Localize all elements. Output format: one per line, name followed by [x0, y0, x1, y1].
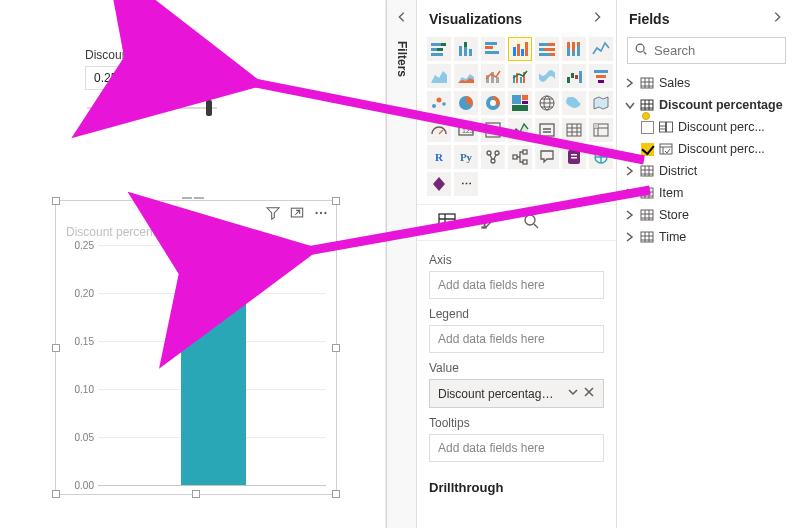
viz-line-clustered-column[interactable]	[508, 64, 532, 88]
parameter-slider[interactable]	[87, 103, 217, 113]
visualizations-pane: Visualizations 123	[416, 0, 616, 528]
svg-rect-82	[660, 122, 666, 132]
collapse-fields-icon[interactable]	[770, 10, 784, 27]
viz-ribbon[interactable]	[535, 64, 559, 88]
viz-qna[interactable]	[535, 145, 559, 169]
viz-scatter[interactable]	[427, 91, 451, 115]
viz-card[interactable]: 123	[454, 118, 478, 142]
slider-thumb[interactable]	[206, 100, 212, 116]
svg-point-51	[490, 100, 496, 106]
selection-handle[interactable]	[332, 344, 340, 352]
selection-handle[interactable]	[332, 490, 340, 498]
svg-rect-45	[598, 80, 604, 83]
viz-power-apps[interactable]	[427, 172, 451, 196]
viz-100-stacked-bar[interactable]	[535, 37, 559, 61]
table-sales[interactable]: Sales	[623, 72, 790, 94]
viz-treemap[interactable]	[508, 91, 532, 115]
viz-pie[interactable]	[454, 91, 478, 115]
table-time[interactable]: Time	[623, 226, 790, 248]
field-discount-perc-2[interactable]: Discount perc...	[623, 138, 790, 160]
format-mode-tabs	[417, 204, 616, 241]
svg-rect-25	[550, 53, 555, 56]
legend-well[interactable]: Add data fields here	[429, 325, 604, 353]
viz-stacked-bar[interactable]	[427, 37, 451, 61]
viz-r[interactable]: R	[427, 145, 451, 169]
svg-rect-11	[464, 42, 467, 47]
viz-100-stacked-column[interactable]	[562, 37, 586, 61]
svg-rect-77	[482, 227, 486, 228]
viz-decomposition-tree[interactable]	[508, 145, 532, 169]
expand-filters-icon[interactable]	[395, 10, 409, 27]
viz-kpi[interactable]	[508, 118, 532, 142]
svg-rect-9	[459, 46, 462, 56]
remove-field-icon[interactable]	[583, 386, 595, 401]
viz-slicer[interactable]	[535, 118, 559, 142]
format-mode-icon[interactable]	[479, 211, 499, 234]
viz-multi-row-card[interactable]	[481, 118, 505, 142]
viz-area[interactable]	[427, 64, 451, 88]
bar[interactable]	[181, 245, 246, 485]
value-well[interactable]: Discount percentage Va	[429, 379, 604, 408]
selection-handle[interactable]	[52, 344, 60, 352]
chevron-down-icon[interactable]	[567, 386, 579, 401]
more-options-icon[interactable]	[314, 206, 328, 223]
viz-donut[interactable]	[481, 91, 505, 115]
analytics-mode-icon[interactable]	[521, 211, 541, 234]
fields-mode-icon[interactable]	[437, 211, 457, 234]
svg-point-48	[442, 102, 446, 106]
svg-rect-5	[441, 43, 446, 46]
viz-get-more[interactable]: ⋯	[454, 172, 478, 196]
plot-area: 0.000.050.100.150.200.25	[66, 245, 326, 484]
tooltips-well[interactable]: Add data fields here	[429, 434, 604, 462]
viz-key-influencers[interactable]	[481, 145, 505, 169]
selection-handle[interactable]	[52, 490, 60, 498]
collapse-visualizations-icon[interactable]	[590, 10, 604, 27]
viz-map[interactable]	[535, 91, 559, 115]
axis-well[interactable]: Add data fields here	[429, 271, 604, 299]
svg-point-46	[432, 104, 436, 108]
viz-clustered-bar[interactable]	[481, 37, 505, 61]
selection-handle[interactable]	[332, 197, 340, 205]
report-canvas[interactable]: Discount percentage 0.25 Discount percen…	[0, 0, 386, 528]
viz-clustered-column[interactable]	[508, 37, 532, 61]
viz-funnel[interactable]	[589, 64, 613, 88]
filter-icon[interactable]	[266, 206, 280, 223]
svg-rect-34	[496, 77, 499, 83]
table-item[interactable]: Item	[623, 182, 790, 204]
viz-line[interactable]	[589, 37, 613, 61]
viz-python[interactable]: Py	[454, 145, 478, 169]
bar-chart-visual[interactable]: Discount percentage Value 0.000.050.100.…	[55, 200, 337, 495]
viz-stacked-area[interactable]	[454, 64, 478, 88]
focus-mode-icon[interactable]	[290, 206, 304, 223]
viz-gauge[interactable]	[427, 118, 451, 142]
viz-line-stacked-column[interactable]	[481, 64, 505, 88]
svg-rect-31	[577, 42, 580, 46]
svg-point-66	[487, 151, 491, 155]
search-input[interactable]	[654, 43, 779, 58]
svg-point-78	[525, 215, 535, 225]
viz-stacked-column[interactable]	[454, 37, 478, 61]
viz-waterfall[interactable]	[562, 64, 586, 88]
svg-rect-43	[594, 70, 608, 73]
selection-handle[interactable]	[192, 490, 200, 498]
fields-search[interactable]	[627, 37, 786, 64]
table-district[interactable]: District	[623, 160, 790, 182]
viz-matrix[interactable]	[589, 118, 613, 142]
field-checkbox-checked[interactable]	[641, 143, 654, 156]
active-table-badge	[642, 112, 650, 120]
viz-arcgis[interactable]	[589, 145, 613, 169]
table-discount-percentage[interactable]: Discount percentage	[623, 94, 790, 116]
selection-handle[interactable]	[52, 197, 60, 205]
svg-point-47	[437, 98, 442, 103]
table-store[interactable]: Store	[623, 204, 790, 226]
drag-handle-icon[interactable]	[182, 197, 210, 203]
viz-shape-map[interactable]	[589, 91, 613, 115]
viz-table[interactable]	[562, 118, 586, 142]
field-checkbox[interactable]	[641, 121, 654, 134]
svg-rect-73	[571, 154, 577, 156]
svg-rect-54	[522, 101, 528, 104]
filters-pane-collapsed[interactable]: Filters	[386, 0, 416, 528]
viz-paginated-report[interactable]	[562, 145, 586, 169]
parameter-value[interactable]: 0.25	[85, 66, 153, 90]
viz-filled-map[interactable]	[562, 91, 586, 115]
